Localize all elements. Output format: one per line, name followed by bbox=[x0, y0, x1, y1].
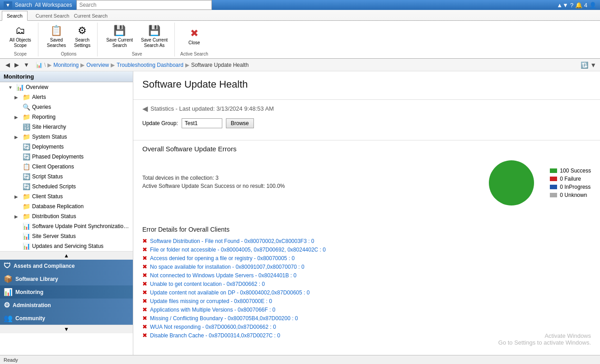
all-objects-button[interactable]: 🗂 All ObjectsScope bbox=[6, 23, 34, 51]
error-icon: ✖ bbox=[142, 298, 147, 304]
search-label: Search bbox=[15, 2, 32, 8]
sidebar-section-software-library[interactable]: 📦 Software Library bbox=[0, 272, 133, 285]
dropdown-button[interactable]: ▼ bbox=[22, 61, 31, 69]
error-link[interactable]: Access denied for opening a file or regi… bbox=[150, 255, 295, 261]
close-button[interactable]: ✖ Close bbox=[184, 25, 204, 48]
error-icon: ✖ bbox=[142, 238, 147, 244]
app-menu-button[interactable]: ▼ bbox=[4, 1, 12, 9]
sidebar-item-overview[interactable]: ▼ 📊 Overview bbox=[0, 82, 133, 92]
title-search-input[interactable] bbox=[76, 0, 212, 10]
breadcrumb-troubleshooting[interactable]: Troubleshooting Dashboard bbox=[117, 62, 183, 68]
breadcrumb-monitoring[interactable]: Monitoring bbox=[53, 62, 79, 68]
error-link[interactable]: Not connected to Windows Update Servers … bbox=[150, 272, 296, 279]
error-link[interactable]: WUA Not responding - 0x87D00600,0x87D006… bbox=[150, 324, 276, 330]
sidebar-section-administration[interactable]: ⚙ Administration bbox=[0, 299, 133, 312]
sep1: \ bbox=[44, 62, 46, 68]
sidebar-item-sup-sync[interactable]: 📊 Software Update Point Synchronization … bbox=[0, 221, 133, 231]
stats-collapse-icon[interactable]: ◀ bbox=[142, 104, 148, 113]
sidebar-section-monitoring[interactable]: 📊 Monitoring bbox=[0, 285, 133, 299]
error-icon: ✖ bbox=[142, 323, 147, 330]
sidebar-scroll-down[interactable]: ▼ bbox=[0, 325, 133, 333]
error-link[interactable]: File or folder not accessible - 0x800040… bbox=[150, 247, 326, 253]
client-status-label: Client Status bbox=[32, 193, 131, 200]
sidebar-item-reporting[interactable]: ▶ 📁 Reporting bbox=[0, 112, 133, 122]
close-icon: ✖ bbox=[190, 28, 198, 39]
sidebar-item-queries[interactable]: 🔍 Queries bbox=[0, 102, 133, 112]
sidebar-item-deployments[interactable]: 🔄 Deployments bbox=[0, 142, 133, 152]
sidebar-header: Monitoring bbox=[0, 71, 133, 82]
error-link[interactable]: No space available for installation - 0x… bbox=[150, 264, 305, 270]
software-library-label: Software Library bbox=[15, 276, 58, 282]
error-icon: ✖ bbox=[142, 289, 147, 296]
save-current-search-button[interactable]: 💾 Save CurrentSearch bbox=[103, 23, 136, 51]
notification-icon[interactable]: 🔔 4 bbox=[575, 2, 587, 9]
sup-sync-icon: 📊 bbox=[23, 223, 30, 230]
breadcrumb-overview[interactable]: Overview bbox=[86, 62, 109, 68]
breadcrumb-dropdown-button[interactable]: ▼ bbox=[590, 61, 596, 69]
error-details-section: Error Details for Overall Clients ✖ Soft… bbox=[133, 226, 600, 349]
dist-status-label: Distribution Status bbox=[32, 213, 131, 219]
error-link[interactable]: Update content not available on DP - 0x8… bbox=[150, 289, 309, 296]
breadcrumb: ◀ ▶ ▼ 📊 \ ▶ Monitoring ▶ Overview ▶ Trou… bbox=[0, 59, 600, 71]
error-icon: ✖ bbox=[142, 272, 147, 279]
browse-button[interactable]: Browse bbox=[226, 118, 254, 128]
error-link[interactable]: Applications with Multiple Versions - 0x… bbox=[150, 307, 275, 313]
breadcrumb-home[interactable]: 📊 bbox=[36, 62, 42, 68]
dist-status-expand: ▶ bbox=[14, 214, 21, 219]
db-replication-icon: 📁 bbox=[23, 203, 30, 210]
reporting-label: Reporting bbox=[32, 114, 131, 120]
sidebar-item-scheduled-scripts[interactable]: 🔄 Scheduled Scripts bbox=[0, 182, 133, 191]
phased-label: Phased Deployments bbox=[32, 154, 131, 160]
dist-status-icon: 📁 bbox=[23, 213, 30, 220]
update-group-input[interactable] bbox=[182, 118, 222, 128]
error-list-item: ✖ Update content not available on DP - 0… bbox=[142, 288, 591, 297]
sidebar-item-database-replication[interactable]: 📁 Database Replication bbox=[0, 201, 133, 211]
sidebar-item-distribution-status[interactable]: ▶ 📁 Distribution Status bbox=[0, 211, 133, 221]
sidebar-item-system-status[interactable]: ▶ 📁 System Status bbox=[0, 132, 133, 142]
sidebar-item-phased-deployments[interactable]: 🔄 Phased Deployments bbox=[0, 152, 133, 162]
back-button[interactable]: ◀ bbox=[4, 61, 12, 69]
sidebar-scroll-up[interactable]: ▲ bbox=[0, 251, 133, 260]
pie-chart-svg bbox=[487, 158, 536, 208]
error-list-item: ✖ Access denied for opening a file or re… bbox=[142, 254, 591, 262]
help-icon[interactable]: ? bbox=[570, 2, 573, 9]
save-current-search-as-button[interactable]: 💾 Save CurrentSearch As bbox=[138, 23, 171, 51]
reporting-icon: 📁 bbox=[23, 113, 30, 121]
error-link[interactable]: Missing / Conflicting Boundary - 0x80070… bbox=[150, 315, 298, 322]
sidebar-item-script-status[interactable]: 🔄 Script Status bbox=[0, 172, 133, 182]
site-hierarchy-label: Site Hierarchy bbox=[32, 124, 131, 130]
search-settings-label: SearchSettings bbox=[74, 37, 90, 48]
error-link[interactable]: Software Distribution - File not Found -… bbox=[150, 238, 314, 244]
sidebar-item-client-status[interactable]: ▶ 📁 Client Status bbox=[0, 191, 133, 201]
refresh-button[interactable]: 🔃 bbox=[581, 61, 588, 69]
system-status-icon: 📁 bbox=[23, 133, 30, 140]
error-icon: ✖ bbox=[142, 263, 147, 270]
user-icon[interactable]: 👤 bbox=[589, 2, 596, 9]
error-list-item: ✖ Disable Branch Cache - 0x87D00314,0x87… bbox=[142, 331, 591, 340]
nav-arrows-icon[interactable]: ▲▼ bbox=[557, 2, 568, 9]
sidebar-item-site-hierarchy[interactable]: 🔢 Site Hierarchy bbox=[0, 122, 133, 132]
error-link[interactable]: Disable Branch Cache - 0x87D00314,0x87D0… bbox=[150, 332, 280, 339]
updates-servicing-label: Updates and Servicing Status bbox=[32, 243, 131, 249]
update-group-row: Update Group: Browse bbox=[142, 118, 591, 128]
search-settings-button[interactable]: ⚙ SearchSettings bbox=[71, 23, 94, 51]
sep2: ▶ bbox=[47, 62, 52, 68]
sidebar-section-assets[interactable]: 🛡 Assets and Compliance bbox=[0, 260, 133, 272]
scope-group-label: Scope bbox=[14, 51, 27, 56]
queries-label: Queries bbox=[32, 104, 131, 110]
error-list-item: ✖ WUA Not responding - 0x87D00600,0x87D0… bbox=[142, 322, 591, 331]
error-icon: ✖ bbox=[142, 280, 147, 287]
sidebar-section-community[interactable]: 👥 Community bbox=[0, 312, 133, 325]
saved-searches-button[interactable]: 📋 SavedSearches bbox=[44, 23, 69, 51]
sidebar-item-site-server-status[interactable]: 📊 Site Server Status bbox=[0, 231, 133, 241]
sidebar-item-alerts[interactable]: ▶ 📁 Alerts bbox=[0, 92, 133, 102]
sidebar-item-client-operations[interactable]: 📋 Client Operations bbox=[0, 162, 133, 172]
content-header: Software Update Health bbox=[133, 71, 600, 100]
forward-button[interactable]: ▶ bbox=[13, 61, 21, 69]
current-search-label: Current Search bbox=[36, 13, 70, 19]
error-link[interactable]: Update files missing or corrupted - 0x80… bbox=[150, 298, 272, 304]
sidebar-item-updates-servicing[interactable]: 📊 Updates and Servicing Status bbox=[0, 241, 133, 251]
error-link[interactable]: Unable to get content location - 0x87D00… bbox=[150, 281, 265, 287]
error-icon: ✖ bbox=[142, 315, 147, 322]
tab-search[interactable]: Search bbox=[2, 11, 28, 21]
